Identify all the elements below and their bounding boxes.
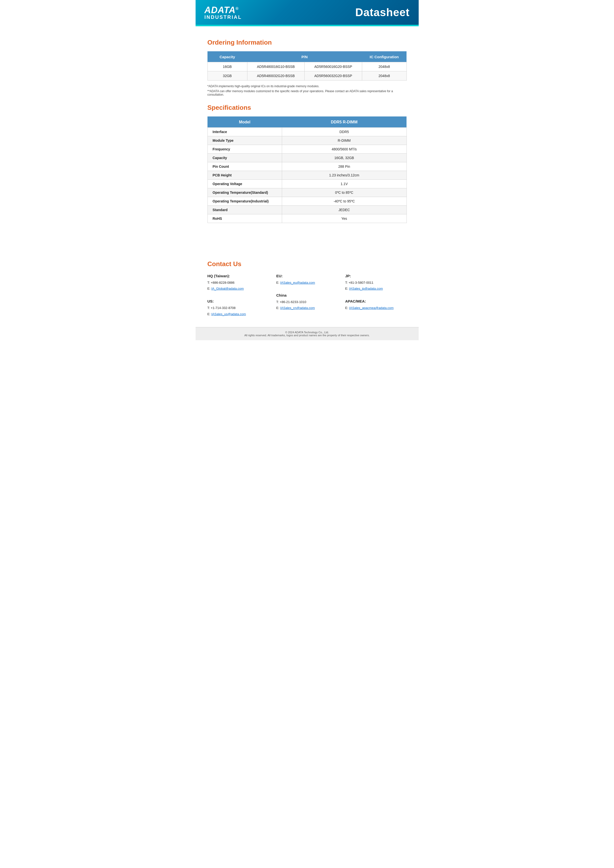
contact-apac-email-link[interactable]: IASales_apacmea@adata.com (349, 306, 393, 310)
specs-label: RoHS (208, 214, 282, 223)
contact-eu-email-row: E: IASales_eu@adata.com (276, 280, 338, 285)
ordering-header-pn: P/N (247, 51, 362, 62)
contact-jp-email-row: E: IASales_jp@adata.com (345, 286, 407, 291)
contact-section: Contact Us HQ (Taiwan): T: +886-8228-088… (195, 253, 419, 322)
contact-apac-region: APAC/MEA: (345, 298, 407, 305)
contact-col-jp-apac: JP: T: +81-3-5807-0011 E: IASales_jp@ada… (345, 272, 407, 317)
contact-jp-email-label: E: (345, 287, 348, 290)
specs-table-row: Operating Temperature(Standard) 0ºC to 8… (208, 188, 406, 197)
contact-hq-email-row: E: IA_Global@adata.com (208, 286, 269, 291)
industrial-label: INDUSTRIAL (205, 14, 242, 20)
adata-logo: ADATA® (205, 5, 242, 16)
contact-us-region: US: (208, 298, 269, 305)
specs-value: 16GB, 32GB (282, 153, 406, 162)
footer: © 2024 ADATA Technology Co., Ltd. All ri… (195, 327, 419, 340)
specs-table-row: RoHS Yes (208, 214, 406, 223)
specs-value: -40ºC to 95ºC (282, 197, 406, 206)
contact-hq-phone: T: +886-8228-0886 (208, 280, 269, 285)
specs-label: Operating Temperature(Industrial) (208, 197, 282, 206)
specs-table-row: Module Type R-DIMM (208, 136, 406, 145)
main-content: Ordering Information Capacity P/N IC Con… (195, 26, 419, 253)
ordering-cell-pn1: AD5R480016G10-BSSB (247, 62, 305, 71)
footnote1: *ADATA implements high-quality original … (208, 85, 407, 88)
contact-apac-email-label: E: (345, 306, 348, 310)
specs-value: Yes (282, 214, 406, 223)
header: ADATA® INDUSTRIAL Datasheet (195, 0, 419, 25)
contact-jp-email-link[interactable]: IASales_jp@adata.com (349, 287, 383, 290)
specs-table-row: Pin Count 288 Pin (208, 162, 406, 171)
specs-table-row: Interface DDR5 (208, 128, 406, 136)
registered-symbol: ® (236, 6, 239, 11)
contact-eu-region: EU: (276, 273, 338, 279)
specs-table-row: Capacity 16GB, 32GB (208, 153, 406, 162)
contact-us-email-link[interactable]: IASales_us@adata.com (211, 312, 246, 316)
specs-section: Specifications Model DDR5 R-DIMM Interfa… (208, 104, 407, 223)
specs-title: Specifications (208, 104, 407, 112)
ordering-cell-pn2: AD5R560032G20-BSSP (305, 71, 362, 81)
contact-china-email-label: E: (276, 306, 279, 310)
ordering-header-ic: IC Configuration (362, 51, 406, 62)
specs-label: Operating Temperature(Standard) (208, 188, 282, 197)
ordering-cell-ic: 2048x8 (362, 71, 406, 81)
specs-col-model: Model (208, 117, 282, 128)
footer-subtext: All rights reserved. All trademarks, log… (200, 334, 414, 337)
contact-us-email-label: E: (208, 312, 211, 316)
contact-china-email-row: E: IASales_cn@adata.com (276, 305, 338, 311)
contact-china-email-link[interactable]: IASales_cn@adata.com (280, 306, 315, 310)
contact-col-eu-china: EU: E: IASales_eu@adata.com China T: +86… (276, 272, 338, 317)
logo-text: ADATA (205, 5, 236, 15)
logo-area: ADATA® INDUSTRIAL (205, 5, 242, 20)
contact-title: Contact Us (208, 260, 407, 268)
ordering-table: Capacity P/N IC Configuration 16GB AD5R4… (208, 51, 407, 81)
footer-text: © 2024 ADATA Technology Co., Ltd. (200, 331, 414, 334)
contact-eu-email-link[interactable]: IASales_eu@adata.com (280, 281, 315, 284)
contact-hq-email-label: E: (208, 287, 211, 290)
contact-hq-email-link[interactable]: IA_Global@adata.com (211, 287, 243, 290)
specs-value: R-DIMM (282, 136, 406, 145)
ordering-table-row: 32GB AD5R480032G20-BSSB AD5R560032G20-BS… (208, 71, 406, 81)
ordering-cell-pn2: AD5R560016G20-BSSP (305, 62, 362, 71)
contact-col-hq-us: HQ (Taiwan): T: +886-8228-0886 E: IA_Glo… (208, 272, 269, 317)
specs-table-row: PCB Height 1.23 inches/3.12cm (208, 171, 406, 180)
specs-col-value: DDR5 R-DIMM (282, 117, 406, 128)
ordering-header-capacity: Capacity (208, 51, 247, 62)
contact-grid: HQ (Taiwan): T: +886-8228-0886 E: IA_Glo… (208, 272, 407, 317)
specs-table: Model DDR5 R-DIMM Interface DDR5 Module … (208, 116, 407, 223)
specs-table-row: Operating Temperature(Industrial) -40ºC … (208, 197, 406, 206)
contact-jp-region: JP: (345, 273, 407, 279)
specs-value: JEDEC (282, 206, 406, 214)
specs-value: DDR5 (282, 128, 406, 136)
specs-value: 4800/5600 MT/s (282, 145, 406, 153)
specs-label: Capacity (208, 153, 282, 162)
ordering-cell-capacity: 32GB (208, 71, 247, 81)
specs-value: 1.1V (282, 180, 406, 188)
contact-jp-phone: T: +81-3-5807-0011 (345, 280, 407, 285)
specs-label: Module Type (208, 136, 282, 145)
specs-label: Frequency (208, 145, 282, 153)
contact-hq-region: HQ (Taiwan): (208, 273, 269, 279)
specs-table-row: Standard JEDEC (208, 206, 406, 214)
specs-label: PCB Height (208, 171, 282, 180)
contact-china-region: China (276, 292, 338, 299)
specs-value: 1.23 inches/3.12cm (282, 171, 406, 180)
footnote2: **ADATA can offer memory modules customi… (208, 90, 407, 96)
specs-value: 288 Pin (282, 162, 406, 171)
ordering-table-row: 16GB AD5R480016G10-BSSB AD5R560016G20-BS… (208, 62, 406, 71)
contact-us-phone: T: +1-714-332-8708 (208, 305, 269, 311)
specs-label: Interface (208, 128, 282, 136)
ordering-cell-ic: 2048x8 (362, 62, 406, 71)
specs-label: Operating Voltage (208, 180, 282, 188)
contact-eu-email-label: E: (276, 281, 279, 284)
ordering-cell-pn1: AD5R480032G20-BSSB (247, 71, 305, 81)
specs-table-row: Frequency 4800/5600 MT/s (208, 145, 406, 153)
specs-table-row: Operating Voltage 1.1V (208, 180, 406, 188)
contact-us-email-row: E: IASales_us@adata.com (208, 311, 269, 317)
specs-label: Pin Count (208, 162, 282, 171)
spacer (208, 223, 407, 243)
specs-label: Standard (208, 206, 282, 214)
contact-china-phone: T: +86-21-6233-1010 (276, 299, 338, 305)
specs-value: 0ºC to 85ºC (282, 188, 406, 197)
page-title: Datasheet (355, 6, 409, 19)
ordering-title: Ordering Information (208, 39, 407, 46)
contact-apac-email-row: E: IASales_apacmea@adata.com (345, 305, 407, 311)
